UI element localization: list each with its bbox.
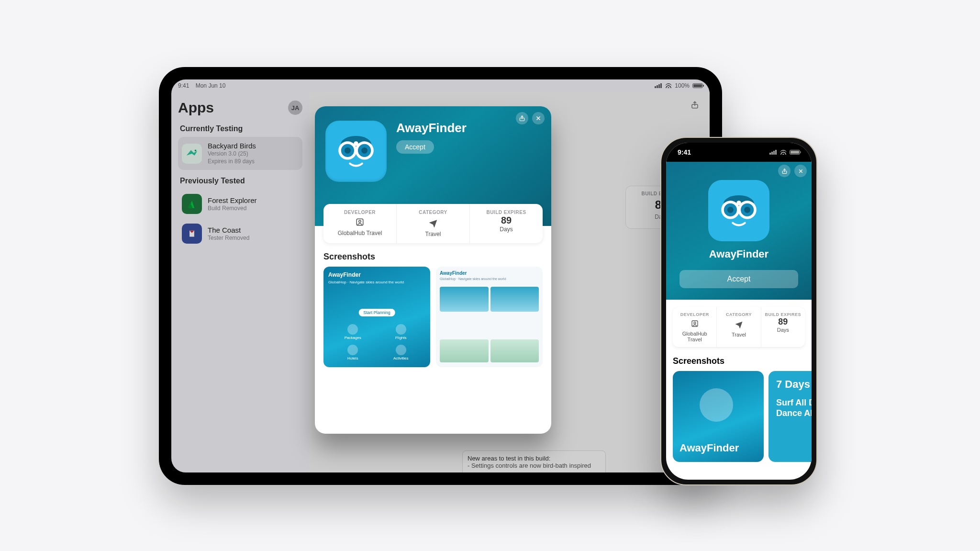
shot1-tile: Hotels bbox=[331, 345, 375, 360]
info-value: Travel bbox=[400, 231, 467, 237]
info-value: Travel bbox=[719, 332, 758, 337]
svg-point-21 bbox=[744, 207, 750, 213]
app-name: AwayFinder bbox=[673, 248, 805, 260]
app-icon-awayfinder bbox=[708, 180, 769, 241]
shot1-tile: Flights bbox=[379, 324, 423, 340]
shot1-tile: Activities bbox=[379, 345, 423, 360]
share-icon[interactable] bbox=[778, 165, 791, 177]
info-value: Days bbox=[763, 327, 803, 333]
svg-point-24 bbox=[694, 322, 696, 324]
person-icon bbox=[326, 218, 393, 229]
iphone-status-bar: 9:41 bbox=[666, 143, 812, 162]
info-developer: DEVELOPER GlobalHub Travel bbox=[323, 204, 396, 243]
svg-point-9 bbox=[345, 147, 351, 154]
screenshot-2[interactable]: 7 Days in Bali Surf All Day and Dance Al… bbox=[768, 371, 812, 462]
svg-point-10 bbox=[361, 147, 368, 154]
accept-button[interactable]: Accept bbox=[679, 270, 798, 288]
info-expires: BUILD EXPIRES 89 Days bbox=[761, 307, 805, 347]
info-bar: DEVELOPER GlobalHub Travel CATEGORY Trav… bbox=[673, 307, 805, 348]
info-category: CATEGORY Travel bbox=[396, 204, 469, 243]
plane-icon bbox=[400, 218, 467, 230]
info-value: Days bbox=[473, 226, 540, 233]
shot2-sub: Surf All Day and Dance All Night bbox=[776, 398, 812, 418]
shot1-brand: AwayFinder bbox=[679, 442, 739, 454]
svg-point-22 bbox=[736, 201, 741, 205]
info-expires: BUILD EXPIRES 89 Days bbox=[469, 204, 543, 243]
iphone-screen: 9:41 bbox=[666, 143, 812, 480]
battery-icon bbox=[790, 150, 800, 155]
accept-button[interactable]: Accept bbox=[396, 140, 434, 154]
svg-point-20 bbox=[727, 207, 734, 213]
info-label: CATEGORY bbox=[400, 210, 467, 215]
ipad-screen: 9:41 Mon Jun 10 100% Apps JA Currently T… bbox=[171, 79, 710, 472]
share-icon[interactable] bbox=[516, 112, 528, 124]
info-value-number: 89 bbox=[763, 317, 803, 327]
info-bar: DEVELOPER GlobalHub Travel CATEGORY Trav… bbox=[323, 204, 543, 243]
info-label: BUILD EXPIRES bbox=[473, 210, 540, 215]
close-icon[interactable] bbox=[532, 112, 545, 124]
info-label: DEVELOPER bbox=[326, 210, 393, 215]
info-value: GlobalHub Travel bbox=[326, 230, 393, 236]
binoculars-icon bbox=[700, 388, 733, 422]
status-time: 9:41 bbox=[678, 148, 691, 156]
shot1-tile: Packages bbox=[331, 324, 375, 340]
svg-point-13 bbox=[359, 220, 361, 223]
plane-icon bbox=[719, 320, 758, 331]
ipad-device: 9:41 Mon Jun 10 100% Apps JA Currently T… bbox=[159, 67, 722, 485]
wifi-icon bbox=[780, 150, 787, 155]
shot1-cta: Start Planning bbox=[358, 309, 395, 316]
info-label: DEVELOPER bbox=[675, 312, 714, 317]
screenshot-1[interactable]: AwayFinder GlobalHop · Navigate skies ar… bbox=[323, 267, 430, 367]
shot2-title: AwayFinder bbox=[440, 270, 467, 276]
app-invite-modal: AwayFinder Accept DEVELOPER GlobalHub Tr… bbox=[315, 106, 551, 434]
app-name: AwayFinder bbox=[396, 121, 467, 135]
screenshots-row[interactable]: AwayFinder 7 Days in Bali Surf All Day a… bbox=[666, 371, 812, 462]
signal-icon bbox=[769, 150, 777, 155]
shot2-subtitle: GlobalHop · Navigate skies around the wo… bbox=[440, 277, 506, 281]
info-label: BUILD EXPIRES bbox=[763, 312, 803, 317]
screenshots-heading: Screenshots bbox=[673, 356, 805, 366]
screenshot-1[interactable]: AwayFinder bbox=[673, 371, 764, 462]
info-label: CATEGORY bbox=[719, 312, 758, 317]
close-icon[interactable] bbox=[794, 165, 807, 177]
screenshots-heading: Screenshots bbox=[323, 252, 543, 262]
shot1-title: AwayFinder bbox=[328, 271, 361, 278]
app-icon-awayfinder bbox=[325, 121, 387, 182]
screenshots-row[interactable]: AwayFinder GlobalHop · Navigate skies ar… bbox=[315, 267, 551, 377]
info-value-number: 89 bbox=[473, 215, 540, 226]
screenshot-2[interactable]: AwayFinder GlobalHop · Navigate skies ar… bbox=[436, 267, 543, 367]
iphone-hero: AwayFinder Accept bbox=[666, 162, 812, 300]
iphone-device: 9:41 bbox=[660, 137, 817, 485]
info-developer: DEVELOPER GlobalHub Travel bbox=[673, 307, 716, 347]
info-value: GlobalHub Travel bbox=[675, 331, 714, 342]
info-category: CATEGORY Travel bbox=[716, 307, 760, 347]
person-icon bbox=[675, 320, 714, 330]
shot2-title: 7 Days in Bali bbox=[776, 379, 812, 390]
shot1-subtitle: GlobalHop · Navigate skies around the wo… bbox=[328, 280, 404, 284]
svg-point-11 bbox=[354, 141, 358, 146]
